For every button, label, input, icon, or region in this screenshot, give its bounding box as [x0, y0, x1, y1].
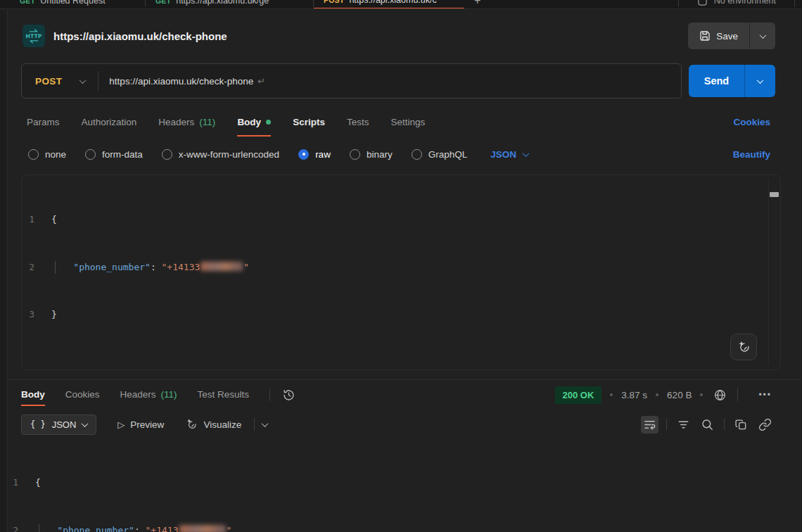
response-body-viewer[interactable]: 1 { 2 "phone_number": "+1413", 3 "status… [0, 436, 802, 532]
mode-form-data[interactable]: form-data [85, 149, 143, 160]
copy-link-button[interactable] [756, 416, 774, 433]
code-line: 2 "phone_number": "+14133" [22, 260, 780, 276]
cookies-link[interactable]: Cookies [733, 117, 770, 137]
url-input[interactable]: https://api.xiaomu.uk/check-phone [109, 76, 253, 87]
request-tabs: Params Authorization Headers(11) Body Sc… [27, 111, 770, 137]
radio-icon [412, 149, 422, 160]
postbot-ai-button[interactable] [730, 334, 757, 360]
tab-params[interactable]: Params [27, 117, 60, 137]
request-body-editor[interactable]: 1 { 2 "phone_number": "+14133" 3 } [21, 175, 781, 370]
radio-icon [162, 149, 172, 160]
request-tab-1[interactable]: GET Untitled Request [10, 0, 145, 9]
redacted-phone-digits [200, 262, 243, 271]
url-bar: POST https://api.xiaomu.uk/check-phone ↵ [21, 63, 682, 99]
mode-none[interactable]: none [28, 149, 66, 160]
copy-icon [734, 418, 748, 431]
mode-raw-selected[interactable]: raw [298, 149, 331, 160]
raw-format-dropdown[interactable]: JSON [490, 149, 528, 160]
play-icon: ▷ [117, 419, 125, 430]
new-tab-button[interactable]: + [464, 0, 490, 9]
wrap-lines-button[interactable] [641, 416, 658, 433]
tab-method-post: POST [324, 0, 344, 4]
response-tab-headers[interactable]: Headers(11) [120, 389, 177, 406]
topbar-divider [794, 0, 795, 7]
divider [254, 418, 255, 431]
line-number: 3 [22, 307, 51, 323]
scrollbar-track [768, 179, 769, 365]
tab-method-get: GET [155, 0, 171, 5]
braces-icon: { } [30, 419, 46, 429]
mode-graphql[interactable]: GraphQL [412, 149, 468, 160]
method-dropdown[interactable]: POST [22, 76, 98, 87]
tab-headers[interactable]: Headers(11) [158, 117, 215, 137]
search-icon [701, 418, 714, 431]
search-response-button[interactable] [699, 416, 716, 433]
tab-body-active[interactable]: Body [237, 117, 271, 137]
response-history-button[interactable] [280, 386, 298, 404]
sparkle-wand-icon [737, 340, 751, 354]
history-clock-icon [282, 388, 295, 402]
environment-label: No environment [714, 0, 776, 6]
beautify-link[interactable]: Beautify [733, 149, 770, 160]
dot-separator [656, 393, 658, 396]
code-line: 1 { [0, 475, 802, 491]
request-tab-3-active[interactable]: POST https://api.xiaomu.uk/c [314, 0, 464, 9]
save-button[interactable]: Save [688, 23, 750, 49]
code-line: 1 { [22, 212, 780, 228]
filter-button[interactable] [675, 416, 692, 433]
tab-authorization[interactable]: Authorization [82, 117, 137, 137]
chevron-down-icon [523, 150, 530, 157]
code-line: 2 "phone_number": "+1413", [0, 523, 802, 532]
network-info-button[interactable] [711, 386, 729, 404]
save-options-button[interactable] [750, 23, 775, 49]
request-header: HTTP https://api.xiaomu.uk/check-phone S… [23, 20, 775, 52]
copy-response-button[interactable] [732, 416, 750, 433]
sparkle-wand-icon [185, 418, 198, 431]
visualize-options-button[interactable] [260, 420, 269, 429]
response-tab-cookies[interactable]: Cookies [65, 389, 100, 406]
divider [666, 419, 667, 430]
response-tab-body-active[interactable]: Body [21, 389, 45, 406]
divider [269, 388, 270, 401]
environment-selector[interactable]: No environment [679, 0, 794, 6]
response-format-dropdown[interactable]: { } JSON [21, 414, 96, 435]
radio-icon [350, 149, 360, 160]
scrollbar-thumb[interactable] [770, 192, 779, 197]
mode-binary[interactable]: binary [350, 149, 393, 160]
window-tab-strip: GET Untitled Request GET https://api.xia… [0, 0, 802, 9]
tab-title: https://api.xiaomu.uk/ge [176, 0, 269, 6]
tab-method-get: GET [20, 0, 35, 5]
dot-separator [700, 393, 703, 396]
tab-title: https://api.xiaomu.uk/c [349, 0, 436, 5]
send-button[interactable]: Send [689, 65, 745, 97]
url-builder: POST https://api.xiaomu.uk/check-phone ↵… [21, 63, 775, 99]
preview-button[interactable]: ▷ Preview [117, 419, 164, 430]
response-section: Body Cookies Headers(11) Test Results 20… [0, 379, 802, 532]
tab-scripts[interactable]: Scripts [293, 117, 325, 137]
tab-settings[interactable]: Settings [390, 117, 425, 137]
response-toolbar: { } JSON ▷ Preview Visualize [21, 412, 774, 436]
visualize-button[interactable]: Visualize [185, 418, 241, 431]
request-tab-2[interactable]: GET https://api.xiaomu.uk/ge [146, 0, 313, 9]
response-more-actions-button[interactable]: ••• [756, 388, 774, 402]
send-split-button: Send [689, 65, 775, 97]
response-tab-test-results[interactable]: Test Results [198, 389, 250, 406]
filter-icon [677, 418, 690, 431]
dot-separator [610, 393, 613, 396]
tab-tests[interactable]: Tests [347, 117, 369, 137]
environment-icon [697, 0, 708, 6]
modified-dot-icon [266, 120, 271, 125]
line-number: 1 [22, 212, 51, 228]
save-icon [699, 30, 711, 42]
tab-title: Untitled Request [40, 0, 105, 6]
word-wrap-icon [643, 418, 656, 431]
chevron-down-icon [759, 32, 766, 39]
chevron-down-icon [82, 420, 89, 427]
chevron-down-icon [79, 77, 87, 84]
request-title: https://api.xiaomu.uk/check-phone [53, 30, 688, 42]
save-split-button: Save [688, 23, 775, 49]
body-type-selector: none form-data x-www-form-urlencoded raw… [28, 142, 770, 166]
send-options-button[interactable] [745, 65, 775, 97]
mode-x-www-form-urlencoded[interactable]: x-www-form-urlencoded [162, 149, 279, 160]
radio-selected-icon [298, 149, 309, 160]
